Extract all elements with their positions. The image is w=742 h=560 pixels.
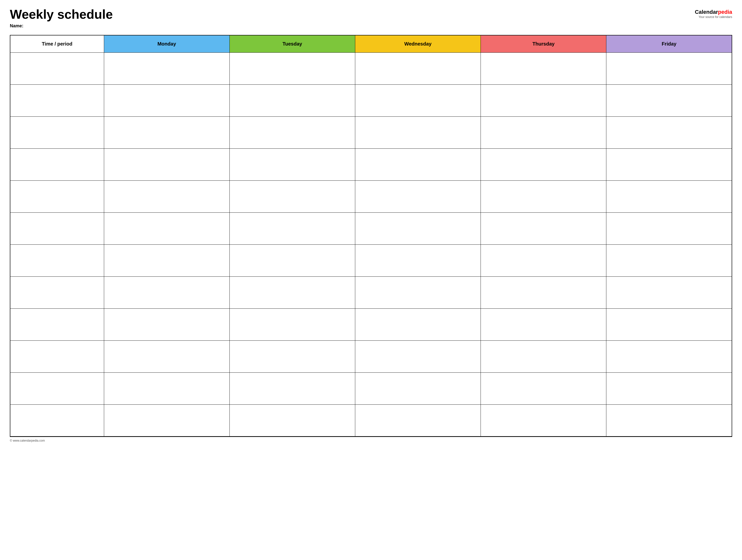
cell-row9-col3[interactable] xyxy=(355,340,481,373)
cell-row1-col4[interactable] xyxy=(481,85,606,116)
logo-text: Calendarpedia xyxy=(695,9,732,15)
table-row xyxy=(10,404,732,436)
cell-row11-col2[interactable] xyxy=(229,404,355,436)
cell-row6-col5[interactable] xyxy=(606,244,732,276)
col-header-friday: Friday xyxy=(606,35,732,52)
cell-row4-col0[interactable] xyxy=(10,180,104,212)
cell-row3-col2[interactable] xyxy=(229,149,355,180)
cell-row1-col0[interactable] xyxy=(10,85,104,116)
table-row xyxy=(10,373,732,404)
table-row xyxy=(10,309,732,340)
cell-row11-col4[interactable] xyxy=(481,404,606,436)
table-row xyxy=(10,116,732,149)
col-header-wednesday: Wednesday xyxy=(355,35,481,52)
logo-section: Calendarpedia Your source for calendars xyxy=(695,7,732,19)
table-row xyxy=(10,340,732,373)
col-header-time: Time / period xyxy=(10,35,104,52)
cell-row5-col4[interactable] xyxy=(481,212,606,244)
cell-row0-col3[interactable] xyxy=(355,52,481,85)
cell-row11-col3[interactable] xyxy=(355,404,481,436)
cell-row9-col0[interactable] xyxy=(10,340,104,373)
table-row xyxy=(10,212,732,244)
cell-row2-col2[interactable] xyxy=(229,116,355,149)
cell-row4-col4[interactable] xyxy=(481,180,606,212)
page-header: Weekly schedule Name: Calendarpedia Your… xyxy=(10,7,732,33)
table-row xyxy=(10,180,732,212)
table-row xyxy=(10,52,732,85)
cell-row3-col3[interactable] xyxy=(355,149,481,180)
cell-row1-col1[interactable] xyxy=(104,85,229,116)
cell-row1-col3[interactable] xyxy=(355,85,481,116)
cell-row8-col1[interactable] xyxy=(104,309,229,340)
cell-row8-col2[interactable] xyxy=(229,309,355,340)
cell-row9-col5[interactable] xyxy=(606,340,732,373)
cell-row0-col4[interactable] xyxy=(481,52,606,85)
logo-tagline: Your source for calendars xyxy=(699,15,732,19)
cell-row0-col2[interactable] xyxy=(229,52,355,85)
cell-row2-col4[interactable] xyxy=(481,116,606,149)
cell-row10-col0[interactable] xyxy=(10,373,104,404)
cell-row2-col5[interactable] xyxy=(606,116,732,149)
cell-row7-col1[interactable] xyxy=(104,276,229,309)
cell-row7-col0[interactable] xyxy=(10,276,104,309)
cell-row6-col4[interactable] xyxy=(481,244,606,276)
cell-row4-col3[interactable] xyxy=(355,180,481,212)
cell-row11-col5[interactable] xyxy=(606,404,732,436)
cell-row6-col0[interactable] xyxy=(10,244,104,276)
cell-row1-col2[interactable] xyxy=(229,85,355,116)
cell-row7-col2[interactable] xyxy=(229,276,355,309)
cell-row10-col4[interactable] xyxy=(481,373,606,404)
cell-row7-col3[interactable] xyxy=(355,276,481,309)
cell-row2-col1[interactable] xyxy=(104,116,229,149)
cell-row8-col3[interactable] xyxy=(355,309,481,340)
schedule-table: Time / period Monday Tuesday Wednesday T… xyxy=(10,35,732,437)
cell-row8-col0[interactable] xyxy=(10,309,104,340)
table-row xyxy=(10,85,732,116)
col-header-tuesday: Tuesday xyxy=(229,35,355,52)
cell-row0-col5[interactable] xyxy=(606,52,732,85)
cell-row2-col0[interactable] xyxy=(10,116,104,149)
cell-row11-col1[interactable] xyxy=(104,404,229,436)
cell-row9-col4[interactable] xyxy=(481,340,606,373)
cell-row6-col2[interactable] xyxy=(229,244,355,276)
cell-row7-col4[interactable] xyxy=(481,276,606,309)
cell-row10-col3[interactable] xyxy=(355,373,481,404)
cell-row5-col1[interactable] xyxy=(104,212,229,244)
cell-row5-col5[interactable] xyxy=(606,212,732,244)
table-row xyxy=(10,149,732,180)
cell-row3-col5[interactable] xyxy=(606,149,732,180)
cell-row8-col4[interactable] xyxy=(481,309,606,340)
cell-row1-col5[interactable] xyxy=(606,85,732,116)
footer-divider xyxy=(10,437,732,437)
title-section: Weekly schedule Name: xyxy=(10,7,113,33)
cell-row11-col0[interactable] xyxy=(10,404,104,436)
name-label: Name: xyxy=(10,23,113,29)
cell-row10-col1[interactable] xyxy=(104,373,229,404)
table-row xyxy=(10,276,732,309)
cell-row3-col4[interactable] xyxy=(481,149,606,180)
cell-row2-col3[interactable] xyxy=(355,116,481,149)
cell-row6-col1[interactable] xyxy=(104,244,229,276)
cell-row0-col1[interactable] xyxy=(104,52,229,85)
cell-row10-col5[interactable] xyxy=(606,373,732,404)
cell-row0-col0[interactable] xyxy=(10,52,104,85)
cell-row8-col5[interactable] xyxy=(606,309,732,340)
table-row xyxy=(10,244,732,276)
footer-url: © www.calendarpedia.com xyxy=(10,439,732,442)
cell-row4-col1[interactable] xyxy=(104,180,229,212)
logo-calendar: Calendar xyxy=(695,9,718,15)
cell-row5-col3[interactable] xyxy=(355,212,481,244)
cell-row5-col0[interactable] xyxy=(10,212,104,244)
cell-row4-col5[interactable] xyxy=(606,180,732,212)
cell-row9-col1[interactable] xyxy=(104,340,229,373)
cell-row10-col2[interactable] xyxy=(229,373,355,404)
cell-row3-col1[interactable] xyxy=(104,149,229,180)
header-row: Time / period Monday Tuesday Wednesday T… xyxy=(10,35,732,52)
cell-row6-col3[interactable] xyxy=(355,244,481,276)
cell-row7-col5[interactable] xyxy=(606,276,732,309)
cell-row3-col0[interactable] xyxy=(10,149,104,180)
cell-row5-col2[interactable] xyxy=(229,212,355,244)
cell-row4-col2[interactable] xyxy=(229,180,355,212)
cell-row9-col2[interactable] xyxy=(229,340,355,373)
logo-pedia: pedia xyxy=(718,9,732,15)
